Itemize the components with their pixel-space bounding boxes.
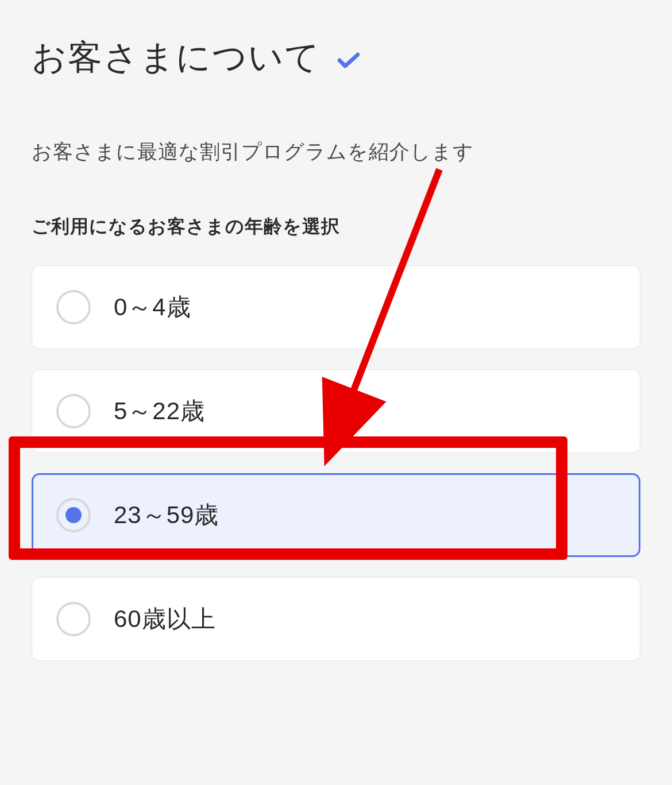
heading-row: お客さまについて	[32, 34, 640, 81]
radio-icon	[56, 498, 91, 532]
age-option-60-plus[interactable]: 60歳以上	[32, 577, 640, 661]
check-icon	[338, 52, 360, 68]
subtitle-text: お客さまに最適な割引プログラムを紹介します	[32, 138, 640, 165]
option-label: 23～59歳	[114, 499, 219, 531]
age-option-0-4[interactable]: 0～4歳	[32, 265, 640, 349]
radio-icon	[56, 394, 91, 428]
age-option-23-59[interactable]: 23～59歳	[32, 473, 640, 557]
option-label: 0～4歳	[114, 291, 191, 323]
option-label: 60歳以上	[114, 603, 216, 635]
radio-icon	[56, 602, 91, 636]
form-container: お客さまについて お客さまに最適な割引プログラムを紹介します ご利用になるお客さ…	[0, 0, 672, 661]
question-label: ご利用になるお客さまの年齢を選択	[32, 214, 640, 239]
radio-icon	[56, 290, 91, 324]
age-option-list: 0～4歳 5～22歳 23～59歳 60歳以上	[32, 265, 640, 661]
page-title: お客さまについて	[32, 34, 320, 81]
option-label: 5～22歳	[114, 395, 205, 427]
radio-dot-icon	[65, 507, 82, 523]
age-option-5-22[interactable]: 5～22歳	[32, 369, 640, 453]
